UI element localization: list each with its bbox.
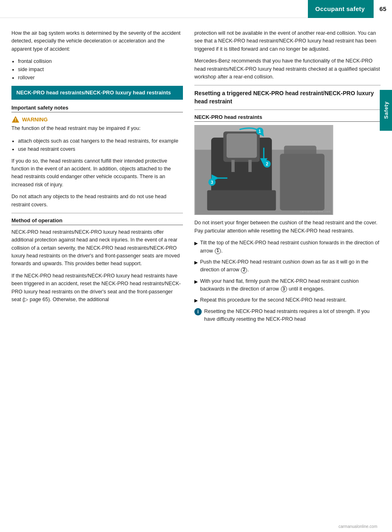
- divider-right: [194, 85, 381, 85]
- warning-title: ! WARNING: [11, 116, 183, 123]
- arrow-bullet-text: Push the NECK-PRO head restraint cushion…: [200, 258, 381, 274]
- arrow-bullet-text: Tilt the top of the NECK-PRO head restra…: [200, 239, 381, 255]
- restraint-image: 1 2 3 carmanualonline.com: [194, 125, 333, 215]
- svg-rect-8: [232, 160, 235, 172]
- circle-num-3: 3: [281, 286, 287, 292]
- svg-rect-9: [248, 160, 252, 172]
- arrow-symbol: ▶: [194, 278, 198, 293]
- warning-bullet-list: attach objects such as coat hangers to t…: [11, 137, 183, 153]
- list-item: use head restraint covers: [18, 145, 183, 153]
- svg-rect-17: [284, 146, 316, 172]
- resetting-heading: Resetting a triggered NECK-PRO head rest…: [194, 89, 381, 105]
- list-item: rollover: [18, 74, 183, 82]
- divider: [11, 213, 183, 213]
- header-title-area: Occupant safety 65: [308, 0, 392, 18]
- info-bullet: i Resetting the NECK-PRO head restraints…: [194, 308, 381, 324]
- warning-text2: If you do so, the head restraints cannot…: [11, 157, 183, 189]
- svg-rect-5: [207, 190, 276, 211]
- arrow-symbol: ▶: [194, 240, 198, 255]
- svg-text:3: 3: [211, 180, 213, 185]
- svg-rect-7: [227, 134, 257, 158]
- svg-text:carmanualonline.com: carmanualonline.com: [300, 210, 331, 213]
- list-item: side impact: [18, 65, 183, 74]
- svg-text:2: 2: [266, 162, 268, 167]
- safety-side-tab: Safety: [380, 90, 392, 131]
- circle-num-1: 1: [215, 248, 221, 254]
- arrow-bullet-text: With your hand flat, firmly push the NEC…: [200, 277, 381, 293]
- list-item: attach objects such as coat hangers to t…: [18, 137, 183, 145]
- arrow-symbol: ▶: [194, 259, 198, 274]
- svg-text:!: !: [15, 117, 16, 123]
- header-bar: Occupant safety 65: [0, 0, 392, 18]
- svg-text:1: 1: [258, 129, 261, 134]
- mercedes-text: Mercedes-Benz recommends that you have t…: [194, 57, 381, 81]
- accident-types-list: frontal collision side impact rollover: [11, 57, 183, 82]
- important-safety-heading: Important safety notes: [11, 105, 183, 112]
- warning-icon: !: [11, 116, 20, 123]
- intro-text: How the air bag system works is deter­mi…: [11, 29, 183, 53]
- restraint-svg: 1 2 3 carmanualonline.com: [195, 125, 333, 215]
- circle-num-2: 2: [241, 267, 247, 273]
- footer-watermark: carmanualonline.com: [339, 524, 377, 529]
- arrow-symbol: ▶: [194, 297, 198, 304]
- warning-text3: Do not attach any objects to the head re…: [11, 193, 183, 209]
- arrow-bullet-3: ▶ With your hand flat, firmly push the N…: [194, 277, 381, 293]
- warning-label: WARNING: [22, 116, 48, 123]
- neck-pro-subheading: NECK-PRO head restraints: [194, 114, 381, 122]
- left-column: How the air bag system works is deter­mi…: [11, 29, 183, 327]
- neck-pro-box: NECK-PRO head restraints/NECK-PRO luxury…: [11, 86, 183, 100]
- arrow-bullet-text: Repeat this procedure for the second NEC…: [200, 296, 347, 304]
- warning-text1: The function of the head restraint may b…: [11, 125, 183, 132]
- method-text2: If the NECK-PRO head restraints/NECK-PRO…: [11, 272, 183, 304]
- content-area: How the air bag system works is deter­mi…: [0, 18, 392, 335]
- info-text: Resetting the NECK-PRO head restraints r…: [204, 308, 381, 324]
- do-not-insert-text: Do not insert your finger between the cu…: [194, 219, 381, 235]
- list-item: frontal collision: [18, 57, 183, 65]
- right-column: protection will not be available in the …: [194, 29, 381, 327]
- header-title: Occupant safety: [308, 0, 372, 18]
- divider-right2: [194, 110, 381, 110]
- header-page-number: 65: [372, 0, 392, 18]
- info-icon: i: [194, 308, 202, 315]
- protection-text: protection will not be available in the …: [194, 29, 381, 53]
- method-text1: NECK-PRO head restraints/NECK-PRO luxury…: [11, 228, 183, 268]
- warning-box: ! WARNING The function of the head restr…: [11, 116, 183, 209]
- arrow-bullet-2: ▶ Push the NECK-PRO head restraint cushi…: [194, 258, 381, 274]
- arrow-bullet-4: ▶ Repeat this procedure for the second N…: [194, 296, 381, 304]
- arrow-bullet-1: ▶ Tilt the top of the NECK-PRO head rest…: [194, 239, 381, 255]
- method-of-operation-heading: Method of operation: [11, 217, 183, 225]
